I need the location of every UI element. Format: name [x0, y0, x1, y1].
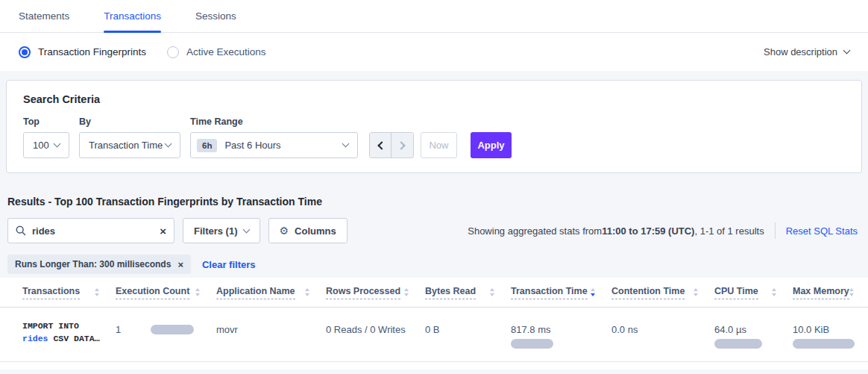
filter-chip-label: Runs Longer Than: 300 milliseconds [15, 259, 171, 269]
tab-statements[interactable]: Statements [19, 0, 69, 32]
time-range-value: Past 6 Hours [224, 140, 280, 151]
chevron-down-icon [54, 140, 61, 148]
execution-count-bar [151, 325, 194, 334]
stats-time-range: 11:00 to 17:59 (UTC) [602, 225, 694, 237]
column-header-execution-count[interactable]: Execution Count [116, 286, 216, 299]
cpu-time-bar [714, 339, 762, 349]
previous-window-button[interactable] [370, 133, 391, 158]
column-header-cpu-time[interactable]: CPU Time [714, 286, 793, 299]
max-memory-value: 10.0 KiB [793, 324, 868, 335]
sort-icon [305, 288, 309, 296]
show-description-toggle[interactable]: Show description [764, 46, 849, 57]
column-header-label: Max Memory [793, 286, 849, 299]
sort-icon [849, 288, 854, 296]
column-header-bytes-read[interactable]: Bytes Read [425, 286, 511, 299]
now-button[interactable]: Now [421, 132, 457, 158]
max-memory-bar [793, 339, 855, 349]
transaction-time-value: 817.8 ms [511, 324, 611, 335]
column-header-label: Transaction Time [511, 286, 588, 299]
chevron-down-icon [165, 140, 172, 148]
chevron-down-icon [843, 47, 851, 54]
column-header-transactions[interactable]: Transactions [22, 286, 116, 299]
results-table: Transactions Execution Count Application… [0, 278, 868, 370]
show-description-label: Show description [764, 46, 837, 57]
by-select-value: Transaction Time [89, 140, 163, 151]
table-header-row: Transactions Execution Count Application… [0, 278, 868, 308]
page-tabs: Statements Transactions Sessions [0, 0, 868, 33]
transaction-statement-line2: CSV DATA… [48, 334, 100, 343]
column-header-label: Application Name [216, 286, 295, 299]
column-header-rows-processed[interactable]: Rows Processed [326, 286, 425, 299]
time-range-label: Time Range [190, 116, 358, 127]
cpu-time-cell: 64.0 µs [714, 317, 793, 349]
search-criteria-card: Search Criteria Top 100 By Transaction T… [6, 80, 862, 173]
clear-search-icon[interactable]: × [160, 225, 166, 237]
reset-sql-stats-link[interactable]: Reset SQL Stats [786, 225, 858, 237]
filter-chip: Runs Longer Than: 300 milliseconds × [7, 255, 191, 274]
radio-active-executions[interactable]: Active Executions [167, 46, 266, 58]
search-criteria-title: Search Criteria [23, 93, 845, 105]
columns-button-label: Columns [295, 225, 336, 237]
columns-button[interactable]: ⚙ Columns [268, 218, 347, 243]
cpu-time-value: 64.0 µs [714, 324, 793, 335]
time-window-stepper [369, 132, 414, 158]
chevron-down-icon [342, 140, 350, 148]
tab-sessions[interactable]: Sessions [195, 0, 236, 32]
results-search-box: × [7, 218, 174, 243]
execution-count-value: 1 [116, 324, 121, 335]
column-header-label: Rows Processed [326, 286, 400, 299]
results-controls: × Filters (1) ⚙ Columns Showing aggregat… [7, 218, 858, 243]
by-field: By Transaction Time [79, 116, 180, 158]
sort-icon [490, 288, 494, 296]
column-header-label: Transactions [22, 286, 80, 299]
sort-icon [404, 288, 409, 296]
filters-button-label: Filters (1) [194, 225, 238, 237]
transaction-time-cell: 817.8 ms [511, 317, 611, 349]
search-icon [16, 225, 26, 236]
transaction-fingerprint-cell: IMPORT INTO rides CSV DATA… [22, 317, 116, 349]
radio-selected-icon [19, 46, 31, 58]
top-label: Top [23, 116, 69, 127]
radio-transaction-fingerprints[interactable]: Transaction Fingerprints [19, 46, 146, 58]
sort-icon [772, 288, 776, 296]
column-header-transaction-time[interactable]: Transaction Time [511, 286, 611, 299]
next-window-button[interactable] [391, 133, 413, 158]
chevron-right-icon [397, 141, 405, 149]
stats-suffix: , 1-1 of 1 results [694, 225, 764, 237]
table-row: IMPORT INTO rides CSV DATA… 1 movr 0 Rea… [0, 308, 868, 362]
rows-processed-cell: 0 Reads / 0 Writes [326, 317, 425, 349]
apply-button[interactable]: Apply [471, 132, 512, 158]
column-header-label: Contention Time [611, 286, 685, 299]
clear-filters-link[interactable]: Clear filters [202, 259, 256, 270]
filters-button[interactable]: Filters (1) [183, 218, 260, 243]
column-header-application-name[interactable]: Application Name [216, 286, 326, 299]
by-label: By [79, 116, 180, 127]
top-select[interactable]: 100 [23, 132, 69, 158]
tab-transactions[interactable]: Transactions [104, 0, 161, 32]
remove-filter-icon[interactable]: × [177, 260, 183, 269]
column-header-label: CPU Time [714, 286, 758, 299]
sort-icon-active-desc [591, 288, 595, 296]
gear-icon: ⚙ [280, 225, 289, 237]
aggregated-stats-text: Showing aggregated stats from 11:00 to 1… [468, 222, 858, 239]
active-filters-row: Runs Longer Than: 300 milliseconds × Cle… [7, 255, 868, 274]
time-range-select[interactable]: 6h Past 6 Hours [190, 132, 358, 158]
radio-unselected-icon [167, 46, 179, 58]
transaction-time-bar [511, 339, 553, 349]
results-heading: Results - Top 100 Transaction Fingerprin… [7, 196, 868, 208]
transaction-statement-line1: IMPORT INTO [22, 320, 116, 332]
bytes-read-cell: 0 B [425, 317, 511, 349]
column-header-max-memory[interactable]: Max Memory [793, 286, 868, 299]
column-header-contention-time[interactable]: Contention Time [611, 286, 714, 299]
stats-prefix: Showing aggregated stats from [468, 225, 602, 237]
sort-icon [95, 288, 99, 296]
top-field: Top 100 [23, 116, 69, 158]
chevron-left-icon [377, 141, 386, 149]
by-select[interactable]: Transaction Time [79, 132, 180, 158]
application-name-cell: movr [216, 317, 326, 349]
column-header-label: Execution Count [116, 286, 189, 299]
time-range-field: Time Range 6h Past 6 Hours [190, 116, 358, 158]
chevron-down-icon [242, 225, 250, 233]
transaction-statement-link[interactable]: rides [22, 334, 48, 343]
search-input[interactable] [32, 225, 160, 237]
